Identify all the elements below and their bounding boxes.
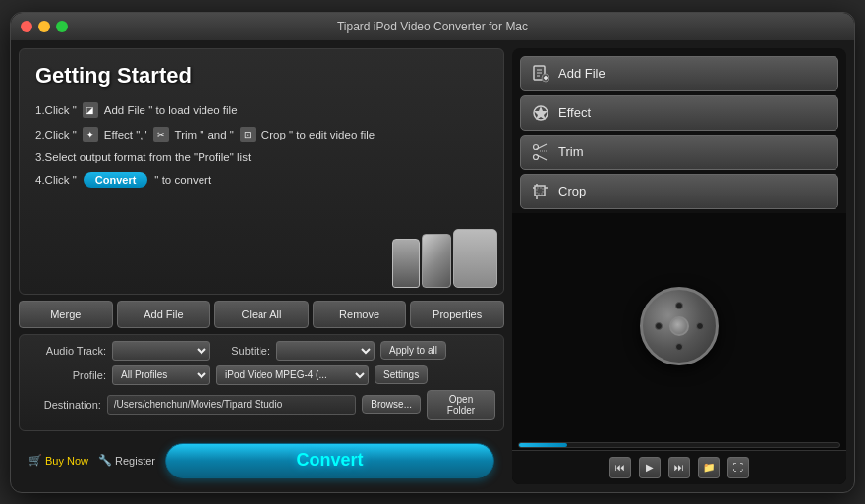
progress-fill — [519, 443, 567, 447]
video-screen — [512, 213, 846, 440]
ipod-profile-select[interactable]: iPod Video MPEG-4 (... — [216, 365, 369, 385]
convert-btn-inline: Convert — [84, 172, 148, 188]
audio-track-label: Audio Track: — [28, 345, 106, 357]
audio-track-select[interactable] — [112, 341, 210, 361]
sidebar-effect-button[interactable]: Effect — [520, 95, 838, 131]
remove-button[interactable]: Remove — [313, 301, 407, 328]
controls-area: Audio Track: Subtitle: Apply to all Prof… — [19, 334, 504, 431]
crop-icon-inline: ⊡ — [240, 127, 256, 142]
merge-button[interactable]: Merge — [19, 301, 113, 328]
play-button[interactable]: ▶ — [639, 457, 661, 478]
app-window: Tipard iPod Video Converter for Mac Gett… — [10, 12, 855, 493]
getting-started-title: Getting Started — [35, 63, 488, 88]
window-title: Tipard iPod Video Converter for Mac — [337, 20, 528, 33]
reel-center — [669, 316, 689, 336]
step4: 4.Click " Convert " to convert — [35, 172, 488, 188]
sidebar-trim-label: Trim — [558, 144, 584, 159]
sidebar-add-file-label: Add File — [558, 66, 606, 81]
profile-label: Profile: — [28, 369, 106, 381]
audio-subtitle-row: Audio Track: Subtitle: Apply to all — [28, 341, 495, 361]
sidebar-crop-label: Crop — [558, 184, 586, 198]
title-bar: Tipard iPod Video Converter for Mac — [11, 13, 854, 40]
crop-icon — [531, 182, 550, 201]
destination-row: Destination: Browse... Open Folder — [28, 390, 495, 420]
key-icon: 🔧 — [98, 454, 112, 467]
minimize-button[interactable] — [38, 21, 50, 32]
progress-bar[interactable] — [518, 442, 840, 448]
step2: 2.Click " ✦ Effect "," ✂ Trim " and " ⊡ … — [35, 127, 488, 142]
browse-button[interactable]: Browse... — [362, 395, 421, 414]
reel-hole-right — [696, 322, 704, 330]
folder-button[interactable]: 📁 — [698, 457, 720, 478]
fullscreen-button[interactable]: ⛶ — [727, 457, 749, 478]
reel-hole-left — [655, 322, 663, 330]
svg-rect-14 — [537, 188, 543, 194]
main-content: Getting Started 1.Click " ◪ Add File " t… — [11, 40, 854, 492]
toolbar-row: Merge Add File Clear All Remove Properti… — [19, 301, 504, 328]
trim-icon — [531, 142, 550, 162]
reel-outer — [640, 287, 719, 365]
settings-button[interactable]: Settings — [375, 365, 428, 384]
close-button[interactable] — [21, 21, 32, 32]
apply-to-all-button[interactable]: Apply to all — [380, 341, 446, 360]
reel-hole-top — [675, 302, 683, 309]
sidebar-add-file-button[interactable]: Add File — [520, 56, 838, 91]
destination-label: Destination: — [28, 399, 101, 411]
profile-select[interactable]: All Profiles — [112, 365, 210, 385]
trim-icon-inline: ✂ — [153, 127, 169, 142]
forward-button[interactable]: ⏭ — [668, 457, 690, 478]
device-ipod — [392, 239, 420, 288]
step3: 3.Select output format from the "Profile… — [35, 151, 488, 163]
left-panel: Getting Started 1.Click " ◪ Add File " t… — [19, 48, 504, 484]
buy-register-links: 🛒 Buy Now 🔧 Register — [29, 454, 155, 467]
clear-all-button[interactable]: Clear All — [214, 301, 309, 328]
subtitle-select[interactable] — [276, 341, 375, 361]
destination-input[interactable] — [107, 395, 356, 415]
device-iphone — [422, 234, 451, 288]
rewind-button[interactable]: ⏮ — [609, 457, 631, 478]
step1: 1.Click " ◪ Add File " to load video fil… — [35, 102, 488, 118]
open-folder-button[interactable]: Open Folder — [427, 390, 495, 420]
convert-main-button[interactable]: Convert — [165, 443, 494, 478]
right-panel-inner: Add File Effect — [512, 48, 846, 484]
add-file-button[interactable]: Add File — [117, 301, 211, 328]
transport-bar: ⏮ ▶ ⏭ 📁 ⛶ — [512, 450, 846, 484]
cart-icon: 🛒 — [29, 454, 42, 467]
add-file-icon-inline: ◪ — [83, 102, 98, 118]
effect-icon — [531, 103, 550, 123]
video-preview-area: ⏮ ▶ ⏭ 📁 ⛶ — [512, 213, 846, 484]
reel-hole-bottom — [675, 343, 683, 351]
sidebar-crop-button[interactable]: Crop — [520, 174, 838, 209]
sidebar-trim-button[interactable]: Trim — [520, 135, 838, 170]
effect-icon-inline: ✦ — [83, 127, 98, 142]
traffic-lights — [21, 21, 68, 32]
profile-row: Profile: All Profiles iPod Video MPEG-4 … — [28, 365, 495, 385]
add-file-icon — [531, 64, 550, 84]
maximize-button[interactable] — [56, 21, 68, 32]
reel-icon — [640, 287, 719, 365]
bottom-bar: 🛒 Buy Now 🔧 Register Convert — [19, 437, 504, 484]
register-link[interactable]: 🔧 Register — [98, 454, 155, 467]
sidebar-effect-label: Effect — [558, 105, 591, 120]
device-images — [392, 229, 497, 288]
buy-now-link[interactable]: 🛒 Buy Now — [29, 454, 88, 467]
right-panel: Add File Effect — [512, 48, 846, 484]
subtitle-label: Subtitle: — [216, 345, 270, 357]
device-ipad — [453, 229, 497, 288]
right-buttons-top: Add File Effect — [512, 48, 846, 213]
properties-button[interactable]: Properties — [410, 301, 504, 328]
getting-started-panel: Getting Started 1.Click " ◪ Add File " t… — [19, 48, 504, 295]
